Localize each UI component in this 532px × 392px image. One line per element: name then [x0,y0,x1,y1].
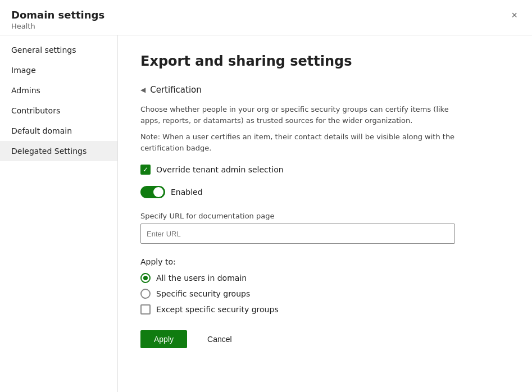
main-content: Export and sharing settings ◀ Certificat… [118,35,532,392]
except-row: Except specific security groups [140,304,510,314]
apply-to-label: Apply to: [140,257,510,266]
enabled-label: Enabled [171,188,203,197]
section-title: Export and sharing settings [140,53,510,69]
radio-dot-all-users [143,276,148,280]
apply-to-section: Apply to: All the users in domain Specif… [140,257,510,314]
domain-settings-dialog: Domain settings Health × General setting… [0,0,532,392]
sidebar: General settings Image Admins Contributo… [0,35,118,392]
override-label: Override tenant admin selection [156,165,284,174]
radio-all-users[interactable] [140,273,151,283]
radio-row-all-users: All the users in domain [140,273,510,283]
sidebar-item-image[interactable]: Image [0,60,117,80]
url-section: Specify URL for documentation page [140,212,510,244]
certification-section: ◀ Certification Choose whether people in… [140,85,510,348]
url-input[interactable] [140,224,455,244]
close-button[interactable]: × [508,9,521,21]
toggle-knob [153,187,163,197]
cancel-button[interactable]: Cancel [194,330,245,348]
except-checkbox[interactable] [140,304,151,314]
url-label: Specify URL for documentation page [140,212,510,220]
sidebar-item-default-domain[interactable]: Default domain [0,121,117,141]
certification-header[interactable]: ◀ Certification [140,85,510,95]
apply-button[interactable]: Apply [140,330,187,348]
override-checkbox-row: ✓ Override tenant admin selection [140,165,510,175]
sidebar-item-contributors[interactable]: Contributors [0,101,117,121]
certification-note: Note: When a user certifies an item, the… [140,131,455,153]
dialog-body: General settings Image Admins Contributo… [0,35,532,392]
sidebar-item-general-settings[interactable]: General settings [0,40,117,60]
dialog-subtitle: Health [11,22,104,30]
enabled-toggle[interactable] [140,186,165,198]
enabled-toggle-row: Enabled [140,186,510,198]
checkmark-icon: ✓ [143,166,148,173]
radio-label-all-users: All the users in domain [156,274,247,282]
sidebar-item-admins[interactable]: Admins [0,80,117,101]
sidebar-item-delegated-settings[interactable]: Delegated Settings [0,141,117,161]
radio-specific-groups[interactable] [140,289,151,299]
except-label: Except specific security groups [156,305,279,314]
chevron-icon: ◀ [140,86,145,94]
dialog-header: Domain settings Health × [0,0,532,35]
dialog-title-block: Domain settings Health [11,9,104,30]
override-checkbox[interactable]: ✓ [140,165,151,175]
certification-description: Choose whether people in your org or spe… [140,104,455,126]
certification-heading: Certification [150,85,202,95]
action-buttons: Apply Cancel [140,330,510,348]
radio-label-specific-groups: Specific security groups [156,289,250,298]
dialog-main-title: Domain settings [11,9,104,21]
radio-row-specific-groups: Specific security groups [140,289,510,299]
